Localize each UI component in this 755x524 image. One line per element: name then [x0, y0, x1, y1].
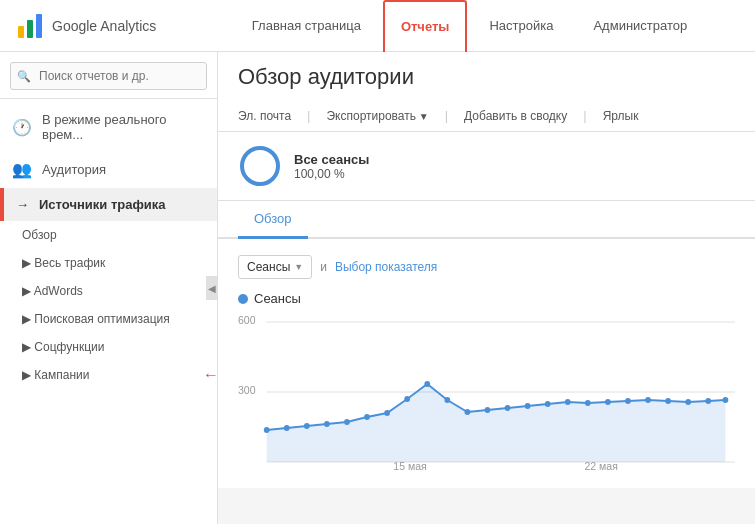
sidebar-sub-overview[interactable]: Обзор [0, 221, 217, 249]
svg-point-19 [424, 381, 430, 387]
metric-select[interactable]: Сеансы [238, 255, 312, 279]
svg-point-31 [665, 398, 671, 404]
svg-rect-2 [36, 14, 42, 38]
bookmark-button[interactable]: Ярлык [603, 109, 639, 123]
sidebar-sub-social-label: ▶ Соцфункции [22, 340, 104, 354]
tab-bar: Обзор [218, 201, 755, 239]
svg-point-25 [545, 401, 551, 407]
traffic-icon: → [16, 197, 29, 212]
sidebar-sub-all-traffic-label: ▶ Весь трафик [22, 256, 105, 270]
sidebar-collapse-btn[interactable]: ◀ [206, 276, 218, 300]
svg-point-3 [242, 148, 278, 184]
sidebar-item-realtime[interactable]: 🕐 В режиме реального врем... [0, 103, 217, 151]
metric-picker-link[interactable]: Выбор показателя [335, 260, 437, 274]
content-area: Обзор аудитории Эл. почта | Экспортирова… [218, 52, 755, 524]
main-layout: 🔍 🕐 В режиме реального врем... 👥 Аудитор… [0, 52, 755, 524]
svg-point-29 [625, 398, 631, 404]
svg-point-21 [465, 409, 471, 415]
people-icon: 👥 [12, 160, 32, 179]
segment-info: Все сеансы 100,00 % [294, 152, 369, 181]
sidebar-item-audience[interactable]: 👥 Аудитория [0, 151, 217, 188]
svg-point-23 [505, 405, 511, 411]
svg-point-17 [384, 410, 390, 416]
svg-point-18 [404, 396, 410, 402]
chart-controls: Сеансы и Выбор показателя [238, 255, 735, 279]
svg-text:600: 600 [238, 314, 256, 326]
segment-area: Все сеансы 100,00 % [218, 132, 755, 201]
svg-rect-1 [27, 20, 33, 38]
svg-point-27 [585, 400, 591, 406]
legend-dot [238, 294, 248, 304]
divider-1: | [307, 108, 310, 123]
and-text: и [320, 260, 327, 274]
search-input[interactable] [10, 62, 207, 90]
logo-area: Google Analytics [16, 12, 176, 40]
svg-point-12 [284, 425, 290, 431]
svg-point-20 [444, 397, 450, 403]
header: Google Analytics Главная страница Отчеты… [0, 0, 755, 52]
search-icon: 🔍 [17, 70, 31, 83]
clock-icon: 🕐 [12, 118, 32, 137]
segment-name: Все сеансы [294, 152, 369, 167]
sidebar-sub-seo-label: ▶ Поисковая оптимизация [22, 312, 170, 326]
chart-legend: Сеансы [238, 291, 735, 306]
tab-overview[interactable]: Обзор [238, 201, 308, 239]
email-button[interactable]: Эл. почта [238, 109, 291, 123]
sidebar-item-audience-label: Аудитория [42, 162, 106, 177]
chart-container: 600 300 15 мая 22 мая [238, 312, 735, 472]
nav-tab-admin[interactable]: Администратор [575, 0, 705, 52]
nav-tab-settings[interactable]: Настройка [471, 0, 571, 52]
legend-label: Сеансы [254, 291, 301, 306]
nav-tab-reports[interactable]: Отчеты [383, 0, 468, 52]
action-bar: Эл. почта | Экспортировать | Добавить в … [238, 100, 735, 131]
line-chart-svg: 600 300 15 мая 22 мая [238, 312, 735, 472]
svg-point-30 [645, 397, 651, 403]
svg-point-13 [304, 423, 310, 429]
svg-point-34 [723, 397, 729, 403]
sidebar-sub-social[interactable]: ▶ Соцфункции [0, 333, 217, 361]
sidebar-sub-adwords[interactable]: ▶ AdWords [0, 277, 217, 305]
annotation-arrow: ← [203, 366, 218, 384]
sidebar: 🔍 🕐 В режиме реального врем... 👥 Аудитор… [0, 52, 218, 524]
svg-point-14 [324, 421, 330, 427]
divider-2: | [445, 108, 448, 123]
sidebar-sub-all-traffic[interactable]: ▶ Весь трафик [0, 249, 217, 277]
svg-point-15 [344, 419, 350, 425]
svg-point-11 [264, 427, 270, 433]
sidebar-item-traffic[interactable]: → Источники трафика [0, 188, 217, 221]
svg-text:300: 300 [238, 384, 256, 396]
chart-area: Сеансы и Выбор показателя Сеансы 600 300 [218, 239, 755, 488]
nav-tabs: Главная страница Отчеты Настройка Админи… [200, 0, 739, 52]
sidebar-sub-campaigns[interactable]: ▶ Кампании ← [0, 361, 217, 389]
sidebar-sub-seo[interactable]: ▶ Поисковая оптимизация [0, 305, 217, 333]
sidebar-sub-campaigns-label: ▶ Кампании [22, 368, 89, 382]
page-title: Обзор аудитории [238, 64, 735, 90]
svg-point-28 [605, 399, 611, 405]
svg-point-16 [364, 414, 370, 420]
segment-percent: 100,00 % [294, 167, 369, 181]
svg-point-24 [525, 403, 531, 409]
svg-point-33 [705, 398, 711, 404]
add-to-summary-button[interactable]: Добавить в сводку [464, 109, 567, 123]
divider-3: | [583, 108, 586, 123]
export-button[interactable]: Экспортировать [326, 109, 428, 123]
svg-point-26 [565, 399, 571, 405]
sidebar-divider-1 [0, 98, 217, 99]
metric-select-label: Сеансы [247, 260, 290, 274]
svg-rect-0 [18, 26, 24, 38]
search-box: 🔍 [10, 62, 207, 90]
sidebar-item-realtime-label: В режиме реального врем... [42, 112, 205, 142]
segment-circle [238, 144, 282, 188]
sidebar-sub-adwords-label: ▶ AdWords [22, 284, 83, 298]
sidebar-item-traffic-label: Источники трафика [39, 197, 166, 212]
logo-text: Google Analytics [52, 18, 156, 34]
nav-tab-home[interactable]: Главная страница [234, 0, 379, 52]
svg-point-22 [485, 407, 491, 413]
content-header: Обзор аудитории Эл. почта | Экспортирова… [218, 52, 755, 132]
ga-logo-icon [16, 12, 44, 40]
svg-point-32 [685, 399, 691, 405]
sidebar-sub-overview-label: Обзор [22, 228, 57, 242]
